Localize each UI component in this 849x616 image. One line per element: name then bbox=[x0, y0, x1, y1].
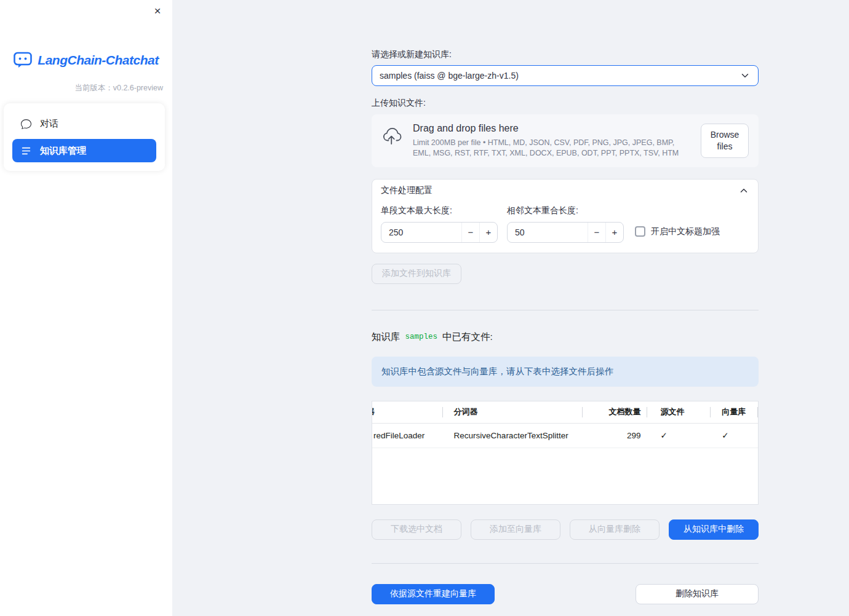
table-header-source-file[interactable]: 源文件 bbox=[647, 401, 711, 423]
overlap-size-decrement-button[interactable]: − bbox=[588, 223, 605, 242]
header-text: 器 bbox=[372, 406, 375, 417]
kb-management-page: 请选择或新建知识库: samples (faiss @ bge-large-zh… bbox=[372, 0, 759, 604]
plus-icon: + bbox=[612, 227, 618, 237]
cell-loader: redFileLoader bbox=[372, 424, 443, 448]
sidebar-item-label: 对话 bbox=[40, 118, 58, 130]
cloud-upload-icon bbox=[381, 128, 402, 144]
info-alert: 知识库中包含源文件与向量库，请从下表中选择文件后操作 bbox=[372, 357, 759, 387]
upload-limit-text: Limit 200MB per file • HTML, MD, JSON, C… bbox=[413, 138, 690, 159]
delete-from-kb-button[interactable]: 从知识库中删除 bbox=[669, 519, 759, 540]
chevron-up-icon bbox=[738, 185, 749, 196]
cell-source-file-check: ✓ bbox=[647, 424, 711, 448]
chunk-size-field: 单段文本最大长度: 250 − + bbox=[381, 202, 498, 243]
sidebar-item-knowledge-base[interactable]: 知识库管理 bbox=[12, 139, 156, 162]
file-config-expander: 文件处理配置 单段文本最大长度: 250 − + bbox=[372, 179, 759, 253]
cell-text: RecursiveCharacterTextSplitter bbox=[454, 431, 568, 440]
cell-vector-store-check: ✓ bbox=[711, 424, 758, 448]
table-header-loader[interactable]: 器 bbox=[372, 401, 443, 423]
header-text: 分词器 bbox=[454, 406, 478, 417]
cell-doc-count: 299 bbox=[583, 424, 647, 448]
expander-title: 文件处理配置 bbox=[381, 185, 432, 196]
app-window: × LangChain-Chatchat 当前版本：v0.2.6-preview bbox=[0, 0, 849, 616]
file-dropzone[interactable]: Drag and drop files here Limit 200MB per… bbox=[372, 114, 759, 167]
zh-title-label: 开启中文标题加强 bbox=[651, 226, 720, 237]
overlap-size-input[interactable]: 50 − + bbox=[507, 222, 624, 243]
header-text: 文档数量 bbox=[609, 406, 641, 417]
minus-icon: − bbox=[594, 227, 600, 237]
sidebar: × LangChain-Chatchat 当前版本：v0.2.6-preview bbox=[0, 0, 172, 616]
sidebar-close-button[interactable]: × bbox=[150, 4, 165, 18]
table-row[interactable]: redFileLoader RecursiveCharacterTextSpli… bbox=[372, 424, 758, 448]
expander-body: 单段文本最大长度: 250 − + 相邻文本重合长度: 50 − bbox=[372, 202, 758, 253]
existing-files-heading: 知识库 samples 中已有文件: bbox=[372, 331, 759, 344]
check-icon: ✓ bbox=[722, 430, 728, 440]
file-actions-row: 下载选中文档 添加至向量库 从向量库删除 从知识库中删除 bbox=[372, 519, 759, 540]
add-to-vector-store-button[interactable]: 添加至向量库 bbox=[471, 519, 560, 540]
overlap-size-label: 相邻文本重合长度: bbox=[507, 205, 624, 216]
kb-name-code: samples bbox=[405, 333, 438, 341]
rebuild-vector-store-button[interactable]: 依据源文件重建向量库 bbox=[372, 584, 495, 604]
heading-suffix: 中已有文件: bbox=[442, 331, 493, 344]
sidebar-item-chat[interactable]: 对话 bbox=[12, 112, 156, 135]
divider bbox=[372, 310, 759, 310]
zh-title-checkbox[interactable]: 开启中文标题加强 bbox=[635, 226, 720, 237]
cell-text: redFileLoader bbox=[372, 431, 424, 440]
cell-splitter: RecursiveCharacterTextSplitter bbox=[443, 424, 583, 448]
overlap-size-value[interactable]: 50 bbox=[508, 227, 588, 237]
heading-prefix: 知识库 bbox=[372, 331, 401, 344]
chat-bubble-icon bbox=[21, 119, 31, 129]
chunk-size-input[interactable]: 250 − + bbox=[381, 222, 498, 243]
dropzone-text: Drag and drop files here Limit 200MB per… bbox=[413, 123, 690, 159]
chunk-size-increment-button[interactable]: + bbox=[479, 223, 497, 242]
table-header-doc-count[interactable]: 文档数量 bbox=[583, 401, 647, 423]
version-value: v0.2.6-preview bbox=[113, 84, 163, 92]
plus-icon: + bbox=[486, 227, 492, 237]
app-logo: LangChain-Chatchat bbox=[0, 52, 172, 68]
delete-kb-button[interactable]: 删除知识库 bbox=[636, 584, 759, 604]
cell-text: 299 bbox=[627, 431, 641, 440]
minus-icon: − bbox=[468, 227, 474, 237]
kb-selectbox[interactable]: samples (faiss @ bge-large-zh-v1.5) bbox=[372, 65, 759, 86]
chevron-down-icon bbox=[739, 70, 751, 81]
kb-selected-value: samples (faiss @ bge-large-zh-v1.5) bbox=[380, 71, 519, 81]
browse-files-button[interactable]: Browse files bbox=[701, 124, 749, 158]
list-icon bbox=[21, 146, 31, 156]
upload-label: 上传知识文件: bbox=[372, 98, 759, 109]
sidebar-item-label: 知识库管理 bbox=[40, 145, 86, 157]
chunk-size-value[interactable]: 250 bbox=[381, 227, 461, 237]
overlap-size-increment-button[interactable]: + bbox=[605, 223, 623, 242]
drag-drop-text: Drag and drop files here bbox=[413, 123, 690, 134]
chunk-size-decrement-button[interactable]: − bbox=[461, 223, 479, 242]
header-text: 向量库 bbox=[722, 406, 746, 417]
version-label: 当前版本： bbox=[74, 84, 113, 92]
check-icon: ✓ bbox=[661, 430, 668, 440]
sidebar-menu: 对话 知识库管理 bbox=[4, 103, 165, 171]
checkbox-box[interactable] bbox=[635, 226, 645, 237]
chunk-size-label: 单段文本最大长度: bbox=[381, 205, 498, 216]
download-selected-button[interactable]: 下载选中文档 bbox=[372, 519, 461, 540]
version-text: 当前版本：v0.2.6-preview bbox=[0, 83, 172, 93]
kb-select-label: 请选择或新建知识库: bbox=[372, 49, 759, 60]
logo-text: LangChain-Chatchat bbox=[38, 53, 158, 68]
table-header-row: 器 分词器 文档数量 源文件 向量库 bbox=[372, 401, 758, 424]
close-icon: × bbox=[154, 4, 161, 18]
add-files-to-kb-button[interactable]: 添加文件到知识库 bbox=[372, 264, 461, 284]
logo-chat-icon bbox=[14, 52, 32, 68]
header-text: 源文件 bbox=[661, 406, 685, 417]
table-header-splitter[interactable]: 分词器 bbox=[443, 401, 583, 423]
table-header-vector-store[interactable]: 向量库 bbox=[711, 401, 758, 423]
expander-header[interactable]: 文件处理配置 bbox=[372, 180, 758, 202]
kb-bottom-actions: 依据源文件重建向量库 删除知识库 bbox=[372, 584, 759, 604]
divider bbox=[372, 563, 759, 564]
overlap-size-field: 相邻文本重合长度: 50 − + bbox=[507, 202, 624, 243]
main-area: 请选择或新建知识库: samples (faiss @ bge-large-zh… bbox=[172, 0, 849, 616]
delete-from-vector-store-button[interactable]: 从向量库删除 bbox=[570, 519, 660, 540]
files-table: 器 分词器 文档数量 源文件 向量库 redFileLoader Recursi… bbox=[372, 401, 759, 505]
